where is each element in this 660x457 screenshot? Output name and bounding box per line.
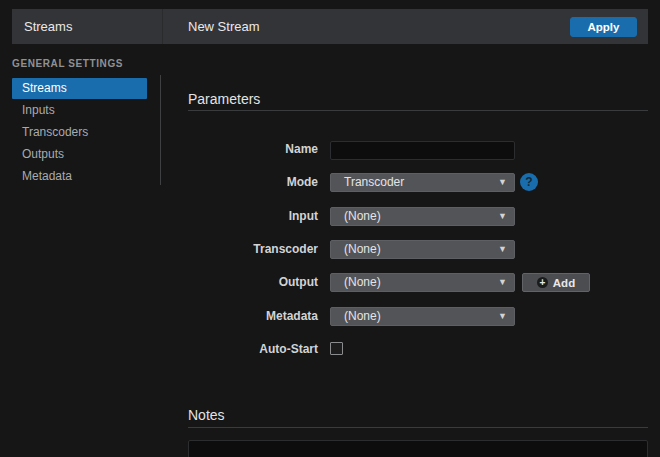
apply-button[interactable]: Apply [570,17,637,37]
transcoder-label: Transcoder [188,240,318,259]
plus-circle-icon: + [537,277,548,288]
top-bar: Streams New Stream Apply [12,9,648,44]
chevron-down-icon: ▼ [498,308,507,325]
sidebar-heading: GENERAL SETTINGS [12,58,123,69]
notes-rule [188,427,648,428]
help-icon[interactable]: ? [520,173,538,191]
sidebar-item-streams[interactable]: Streams [12,78,147,99]
chevron-down-icon: ▼ [498,174,507,191]
notes-heading: Notes [188,407,225,423]
output-dropdown-value: (None) [344,275,381,289]
output-label: Output [188,273,318,292]
app-window: Streams New Stream Apply GENERAL SETTING… [0,0,660,457]
sidebar-section-title: Streams [24,9,72,44]
parameters-rule [188,110,648,111]
input-dropdown[interactable]: (None) ▼ [330,207,515,226]
autostart-label: Auto-Start [188,340,318,359]
metadata-label: Metadata [188,307,318,326]
output-dropdown[interactable]: (None) ▼ [330,273,515,292]
transcoder-dropdown[interactable]: (None) ▼ [330,240,515,259]
add-output-button[interactable]: + Add [522,273,590,292]
topbar-divider [162,9,163,44]
page-title: New Stream [188,9,260,44]
mode-label: Mode [188,173,318,192]
sidebar-item-inputs[interactable]: Inputs [12,100,147,121]
autostart-checkbox[interactable] [330,342,343,355]
mode-dropdown-value: Transcoder [344,175,404,189]
chevron-down-icon: ▼ [498,208,507,225]
sidebar-item-metadata[interactable]: Metadata [12,166,147,187]
sidebar-item-transcoders[interactable]: Transcoders [12,122,147,143]
sidebar-divider [160,75,161,185]
add-output-label: Add [553,277,575,289]
metadata-dropdown-value: (None) [344,309,381,323]
input-dropdown-value: (None) [344,209,381,223]
sidebar-nav: Streams Inputs Transcoders Outputs Metad… [0,78,160,188]
notes-textarea[interactable] [188,440,648,457]
name-input[interactable] [330,141,515,160]
name-label: Name [188,140,318,159]
metadata-dropdown[interactable]: (None) ▼ [330,307,515,326]
chevron-down-icon: ▼ [498,274,507,291]
transcoder-dropdown-value: (None) [344,242,381,256]
chevron-down-icon: ▼ [498,241,507,258]
parameters-heading: Parameters [188,91,260,107]
mode-dropdown[interactable]: Transcoder ▼ [330,173,515,192]
sidebar-item-outputs[interactable]: Outputs [12,144,147,165]
input-label: Input [188,207,318,226]
